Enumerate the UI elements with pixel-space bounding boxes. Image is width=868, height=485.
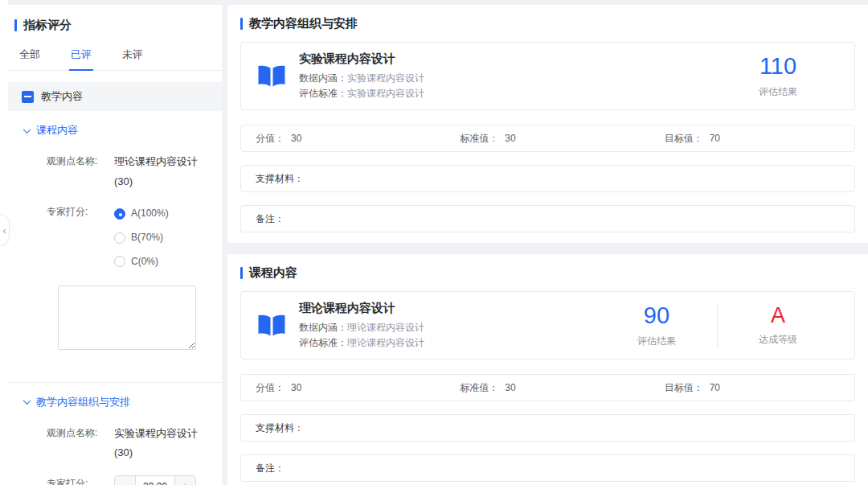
expert-score-label: 专家打分: xyxy=(47,475,114,485)
result-area: 110 评估结果 xyxy=(718,54,838,99)
target-stat: 目标值：70 xyxy=(650,381,854,395)
indicator-card: 实验课程内容设计 数据内涵：实验课程内容设计 评估标准：实验课程内容设计 110… xyxy=(240,42,855,110)
filter-tabs: 全部 已评 未评 xyxy=(8,44,222,71)
achievement-grade-value: A xyxy=(718,304,838,328)
tree-group-label: 教学内容 xyxy=(41,89,83,104)
standard-stat-value: 30 xyxy=(505,133,515,144)
standard-stat: 标准值：30 xyxy=(445,132,649,146)
indicator-card: 理论课程内容设计 数据内涵：理论课程内容设计 评估标准：理论课程内容设计 90 … xyxy=(240,291,855,360)
section-title: 课程内容 xyxy=(240,265,855,281)
achievement-grade: A 达成等级 xyxy=(718,304,838,347)
tree-item-content-organization[interactable]: 教学内容组织与安排 xyxy=(24,395,222,409)
radio-selected-icon xyxy=(114,208,125,220)
sidebar-collapse-handle[interactable]: ‹ xyxy=(0,214,10,246)
scoring-form-content-organization: 观测点名称: 实验课程内容设计 (30) 专家打分: − + xyxy=(8,424,222,485)
evaluation-result: 110 评估结果 xyxy=(718,54,838,99)
evaluation-standard-value: 实验课程内容设计 xyxy=(347,88,424,99)
observation-name-value: 实验课程内容设计 (30) xyxy=(114,424,198,463)
tab-unevaluated[interactable]: 未评 xyxy=(121,44,145,70)
score-stat: 分值：30 xyxy=(241,132,445,146)
title-accent-bar xyxy=(240,267,243,279)
radio-option-c-label: C(0%) xyxy=(131,253,158,271)
target-stat-label: 目标值： xyxy=(665,382,703,393)
indicator-info: 理论课程内容设计 数据内涵：理论课程内容设计 评估标准：理论课程内容设计 xyxy=(299,301,424,350)
observation-name-score: (30) xyxy=(114,172,198,192)
observation-name-text: 实验课程内容设计 xyxy=(114,424,198,444)
scoring-form-course-content: 观测点名称: 理论课程内容设计 (30) 专家打分: A(100%) B(70%… xyxy=(8,152,222,353)
remark-row: 备注： xyxy=(240,454,855,482)
data-connotation-label: 数据内涵： xyxy=(299,322,347,333)
book-icon xyxy=(257,314,286,338)
evaluation-result-value: 110 xyxy=(718,54,838,80)
sidebar-divider xyxy=(8,382,222,383)
data-connotation-row: 数据内涵：实验课程内容设计 xyxy=(299,71,424,86)
sidebar-title-text: 指标评分 xyxy=(23,18,72,33)
stepper-plus-button[interactable]: + xyxy=(174,476,195,485)
tab-evaluated[interactable]: 已评 xyxy=(69,44,93,71)
observation-name-score: (30) xyxy=(114,443,198,463)
remark-row: 备注： xyxy=(240,205,855,232)
radio-unselected-icon xyxy=(114,232,125,244)
result-area: 90 评估结果 A 达成等级 xyxy=(596,303,838,348)
observation-name-text: 理论课程内容设计 xyxy=(114,152,198,172)
tree-item-label: 课程内容 xyxy=(36,123,78,138)
score-stat-value: 30 xyxy=(291,382,301,393)
tab-all[interactable]: 全部 xyxy=(18,44,42,70)
chevron-down-icon xyxy=(23,397,31,405)
radio-option-c[interactable]: C(0%) xyxy=(114,253,169,271)
target-stat-label: 目标值： xyxy=(665,133,703,144)
score-stat-label: 分值： xyxy=(256,133,285,144)
comment-textarea[interactable] xyxy=(58,286,196,350)
standard-stat-label: 标准值： xyxy=(460,133,498,144)
stepper-minus-button[interactable]: − xyxy=(115,476,136,485)
evaluation-standard-row: 评估标准：实验课程内容设计 xyxy=(299,86,424,101)
evaluation-result-label: 评估结果 xyxy=(718,85,838,99)
data-connotation-value: 理论课程内容设计 xyxy=(347,322,424,333)
observation-name-value: 理论课程内容设计 (30) xyxy=(114,152,198,191)
evaluation-result-label: 评估结果 xyxy=(596,335,717,348)
remark-label: 备注： xyxy=(256,462,285,475)
tree-group-teaching-content[interactable]: 教学内容 xyxy=(8,82,222,111)
section-title-text: 课程内容 xyxy=(249,265,297,281)
observation-name-label: 观测点名称: xyxy=(47,424,114,463)
evaluation-standard-value: 理论课程内容设计 xyxy=(347,337,424,348)
data-connotation-row: 数据内涵：理论课程内容设计 xyxy=(299,320,424,335)
remark-label: 备注： xyxy=(256,212,285,226)
standard-stat-label: 标准值： xyxy=(460,382,498,393)
evaluation-result-value: 90 xyxy=(596,303,717,329)
title-accent-bar xyxy=(14,19,17,31)
title-accent-bar xyxy=(240,18,243,30)
radio-option-a[interactable]: A(100%) xyxy=(114,204,169,223)
target-stat-value: 70 xyxy=(710,133,720,144)
target-stat-value: 70 xyxy=(710,382,720,393)
standard-stat: 标准值：30 xyxy=(445,381,649,395)
achievement-grade-label: 达成等级 xyxy=(718,333,838,347)
section-title: 教学内容组织与安排 xyxy=(240,16,855,31)
radio-option-a-label: A(100%) xyxy=(131,204,169,223)
sidebar-title: 指标评分 xyxy=(8,5,222,33)
indicator-name: 实验课程内容设计 xyxy=(299,51,424,67)
evaluation-result: 90 评估结果 xyxy=(596,303,717,348)
score-stat-value: 30 xyxy=(291,133,301,144)
supporting-materials-label: 支撑材料： xyxy=(256,421,304,435)
indicator-name: 理论课程内容设计 xyxy=(299,301,424,316)
stepper-value-input[interactable] xyxy=(136,476,174,485)
data-connotation-label: 数据内涵： xyxy=(299,72,347,84)
evaluation-standard-label: 评估标准： xyxy=(299,337,347,348)
tree-item-label: 教学内容组织与安排 xyxy=(36,395,130,409)
observation-name-label: 观测点名称: xyxy=(47,152,114,191)
target-stat: 目标值：70 xyxy=(650,132,854,146)
chevron-left-icon: ‹ xyxy=(2,224,6,236)
value-stats-row: 分值：30 标准值：30 目标值：70 xyxy=(240,374,855,401)
supporting-materials-row: 支撑材料： xyxy=(240,165,855,192)
indicator-info: 实验课程内容设计 数据内涵：实验课程内容设计 评估标准：实验课程内容设计 xyxy=(299,51,424,101)
supporting-materials-row: 支撑材料： xyxy=(240,414,855,442)
indeterminate-checkbox-icon[interactable] xyxy=(22,91,34,103)
expert-score-label: 专家打分: xyxy=(47,203,114,270)
supporting-materials-label: 支撑材料： xyxy=(256,172,304,186)
book-icon xyxy=(257,64,286,88)
evaluation-detail-main: 教学内容组织与安排 实验课程内容设计 数据内涵：实验课程内容设计 评估标准：实验… xyxy=(227,5,868,485)
radio-option-b[interactable]: B(70%) xyxy=(114,228,169,247)
evaluation-standard-label: 评估标准： xyxy=(299,88,347,99)
tree-item-course-content[interactable]: 课程内容 xyxy=(24,123,222,138)
